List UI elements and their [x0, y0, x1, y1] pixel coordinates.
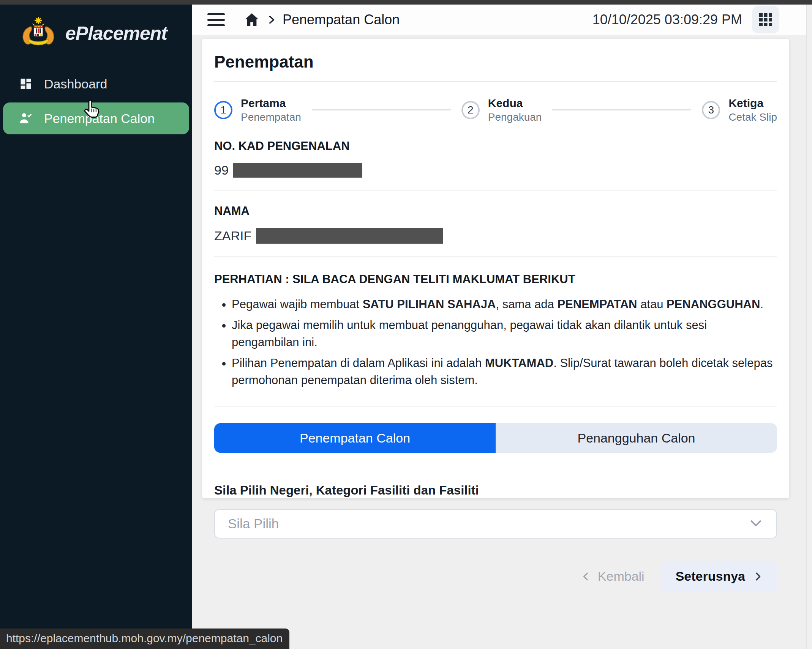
topbar-right: 10/10/2025 03:09:29 PM — [592, 6, 779, 33]
back-button-label: Kembali — [598, 569, 645, 584]
tab-penangguhan-calon[interactable]: Penangguhan Calon — [496, 423, 777, 453]
apps-grid-button[interactable] — [752, 6, 779, 33]
sidebar: ePlacement Dashboard Penempatan Calon — [0, 0, 192, 649]
wizard-stepper: 1 Pertama Penempatan 2 Kedua Pengakuan 3… — [214, 96, 777, 124]
person-check-icon — [19, 112, 33, 125]
step-pertama: 1 Pertama Penempatan — [214, 96, 301, 124]
step-connector — [312, 109, 451, 110]
notice-bullet: Jika pegawai memilih untuk membuat penan… — [232, 317, 777, 351]
facility-select-placeholder: Sila Pilih — [228, 516, 279, 531]
step-circle: 3 — [702, 101, 720, 119]
facility-select[interactable]: Sila Pilih — [214, 509, 777, 539]
step-subtitle: Penempatan — [241, 110, 301, 124]
main-card: Penempatan 1 Pertama Penempatan 2 Kedua … — [202, 39, 789, 498]
chevron-right-icon — [753, 572, 763, 581]
footer-actions: Kembali Seterusnya — [214, 561, 777, 591]
step-subtitle: Cetak Slip — [728, 110, 777, 124]
sidebar-item-penempatan-calon[interactable]: Penempatan Calon — [3, 102, 189, 134]
choice-tabs: Penempatan Calon Penangguhan Calon — [214, 423, 777, 453]
field-label-nama: NAMA — [214, 204, 777, 218]
brand: ePlacement — [0, 0, 192, 51]
redaction-bar — [256, 228, 443, 244]
topbar: Penempatan Calon 10/10/2025 03:09:29 PM — [192, 5, 807, 35]
home-icon[interactable] — [245, 13, 259, 27]
tab-penempatan-calon[interactable]: Penempatan Calon — [214, 423, 496, 453]
sidebar-item-label: Dashboard — [44, 77, 107, 91]
notice-bullet: Pilihan Penempatan di dalam Aplikasi ini… — [232, 355, 777, 389]
facility-select-label: Sila Pilih Negeri, Kategori Fasiliti dan… — [214, 483, 777, 498]
field-label-no-kad-pengenalan: NO. KAD PENGENALAN — [214, 139, 777, 153]
hamburger-menu-icon[interactable] — [207, 13, 225, 26]
next-button[interactable]: Seterusnya — [661, 561, 777, 591]
divider — [214, 256, 777, 257]
step-ketiga: 3 Ketiga Cetak Slip — [702, 96, 777, 124]
datetime-display: 10/10/2025 03:09:29 PM — [592, 12, 742, 28]
divider — [214, 406, 777, 406]
sidebar-item-dashboard[interactable]: Dashboard — [0, 71, 192, 97]
field-value-no-kad-pengenalan: 99 — [214, 163, 777, 178]
step-title: Kedua — [488, 96, 542, 110]
status-url-tooltip: https://eplacementhub.moh.gov.my/penempa… — [0, 629, 289, 649]
next-button-label: Seterusnya — [676, 569, 745, 584]
field-value-nama: ZARIF — [214, 228, 777, 244]
dashboard-icon — [19, 77, 33, 91]
sidebar-nav: Dashboard Penempatan Calon — [0, 71, 192, 134]
back-button[interactable]: Kembali — [581, 569, 645, 584]
notice-heading: PERHATIAN : SILA BACA DENGAN TELITI MAKL… — [214, 273, 777, 286]
step-title: Ketiga — [728, 96, 777, 110]
brand-name: ePlacement — [65, 22, 167, 44]
chevron-right-icon — [267, 15, 276, 25]
field-visible-value: ZARIF — [214, 228, 251, 243]
app-root: ePlacement Dashboard Penempatan Calon — [0, 0, 812, 649]
step-circle: 2 — [461, 101, 480, 119]
redaction-bar — [233, 163, 362, 178]
step-title: Pertama — [241, 96, 301, 110]
divider — [214, 81, 777, 82]
notice-list: Pegawai wajib membuat SATU PILIHAN SAHAJ… — [214, 296, 777, 389]
malaysia-coat-of-arms-logo — [19, 16, 58, 51]
sidebar-item-label: Penempatan Calon — [44, 111, 155, 126]
breadcrumb-current-page: Penempatan Calon — [283, 12, 400, 28]
step-subtitle: Pengakuan — [488, 110, 542, 124]
field-visible-value: 99 — [214, 163, 229, 178]
browser-chrome-strip — [0, 0, 812, 5]
apps-grid-icon — [758, 12, 773, 27]
notice-bullet: Pegawai wajib membuat SATU PILIHAN SAHAJ… — [232, 296, 777, 313]
page-title: Penempatan — [214, 52, 777, 71]
chevron-down-icon — [748, 515, 763, 532]
step-connector — [552, 109, 691, 110]
step-circle: 1 — [214, 101, 232, 119]
chevron-left-icon — [581, 572, 591, 581]
divider — [214, 190, 777, 191]
step-kedua: 2 Kedua Pengakuan — [461, 96, 542, 124]
vertical-scrollbar[interactable] — [806, 5, 812, 649]
